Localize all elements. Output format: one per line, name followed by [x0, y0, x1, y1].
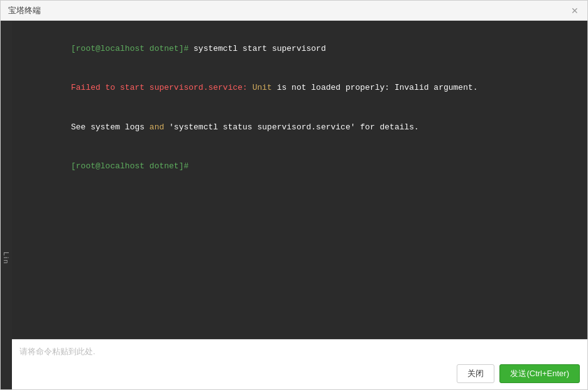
sidebar: Lin [1, 21, 12, 389]
main-area: Lin [root@localhost dotnet]# systemctl s… [1, 21, 587, 389]
terminal-line-2: Failed to start supervisord.service: Uni… [22, 68, 577, 107]
terminal-output[interactable]: [root@localhost dotnet]# systemctl start… [12, 21, 587, 339]
terminal-line-4: [root@localhost dotnet]# [22, 147, 577, 186]
error-white-1: is not loaded properly: Invalid argument… [272, 83, 478, 92]
input-buttons: 关闭 发送(Ctrl+Enter) [19, 364, 580, 383]
title-bar: 宝塔终端 ✕ [1, 1, 587, 21]
error-and: and [150, 122, 164, 132]
input-area: 请将命令粘贴到此处. 关闭 发送(Ctrl+Enter) [12, 339, 587, 389]
terminal-window: 宝塔终端 ✕ Lin [root@localhost dotnet]# syst… [0, 0, 588, 390]
error-see: See system logs [71, 122, 150, 132]
terminal-area: [root@localhost dotnet]# systemctl start… [12, 21, 587, 389]
terminal-line-3: See system logs and 'systemctl status su… [22, 108, 577, 147]
command-1: systemctl start supervisord [193, 44, 326, 53]
error-unit: Unit [253, 83, 272, 92]
sidebar-label: Lin [3, 252, 10, 265]
close-icon[interactable]: ✕ [570, 6, 580, 16]
prompt-2: [root@localhost dotnet]# [71, 161, 193, 171]
terminal-line-1: [root@localhost dotnet]# systemctl start… [22, 30, 577, 68]
input-placeholder[interactable]: 请将命令粘贴到此处. [19, 346, 580, 359]
close-button[interactable]: 关闭 [457, 364, 494, 383]
send-button[interactable]: 发送(Ctrl+Enter) [499, 364, 580, 383]
prompt-1: [root@localhost dotnet]# [71, 44, 193, 53]
error-service: 'systemctl status supervisord.service' f… [164, 122, 419, 132]
window-title: 宝塔终端 [8, 5, 41, 16]
error-red-1: Failed to start supervisord.service: [71, 83, 253, 92]
title-bar-left: 宝塔终端 [8, 5, 41, 16]
